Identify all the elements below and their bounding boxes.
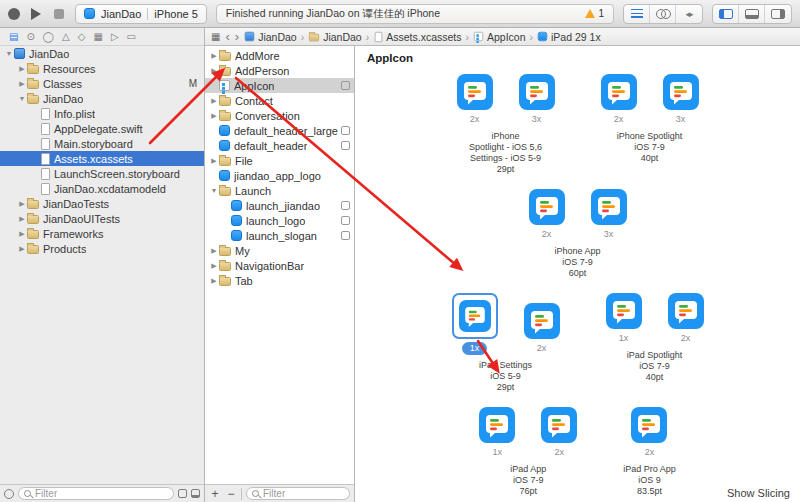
navigator-item-frameworks[interactable]: ▶Frameworks: [0, 226, 204, 241]
navigator-item-assets-xcassets[interactable]: Assets.xcassets: [0, 151, 204, 166]
breadcrumb-jiandao[interactable]: JianDao: [244, 31, 297, 43]
find-navigator-tab[interactable]: ◯: [43, 31, 54, 42]
asset-filter-field[interactable]: Filter: [246, 487, 350, 500]
asset-item-jiandao-app-logo[interactable]: jiandao_app_logo: [205, 168, 354, 183]
disclosure-icon[interactable]: ▶: [17, 230, 27, 238]
icon-slot-3x[interactable]: 3x: [519, 74, 555, 126]
disclosure-icon[interactable]: ▶: [209, 277, 219, 285]
disclosure-icon[interactable]: ▶: [209, 67, 219, 75]
run-button[interactable]: [29, 6, 43, 22]
disclosure-icon[interactable]: ▶: [17, 80, 27, 88]
symbol-navigator-tab[interactable]: ⊙: [26, 31, 34, 42]
disclosure-icon[interactable]: ▼: [17, 95, 27, 102]
toggle-navigator-button[interactable]: [713, 5, 739, 23]
icon-slot-3x[interactable]: 3x: [663, 74, 699, 126]
disclosure-icon[interactable]: ▶: [209, 97, 219, 105]
icon-slot-2x[interactable]: 2x: [529, 189, 565, 241]
asset-item-conversation[interactable]: ▶Conversation: [205, 108, 354, 123]
unsaved-filter-icon[interactable]: [191, 489, 200, 498]
disclosure-icon[interactable]: ▶: [209, 52, 219, 60]
asset-item-addmore[interactable]: ▶AddMore: [205, 48, 354, 63]
navigator-item-classes[interactable]: ▶ClassesM: [0, 76, 204, 91]
navigator-item-jiandaotests[interactable]: ▶JianDaoTests: [0, 196, 204, 211]
project-navigator-tab[interactable]: ▤: [9, 31, 18, 42]
disclosure-icon[interactable]: ▶: [209, 112, 219, 120]
icon-slot-2x[interactable]: 2x: [631, 407, 667, 459]
disclosure-icon[interactable]: ▶: [17, 200, 27, 208]
adjustments-icon[interactable]: [341, 216, 350, 225]
standard-editor-button[interactable]: [624, 5, 650, 23]
navigator-item-jiandaouitests[interactable]: ▶JianDaoUITests: [0, 211, 204, 226]
navigator-item-jiandao-xcdatamodeld[interactable]: JianDao.xcdatamodeld: [0, 181, 204, 196]
remove-asset-button[interactable]: −: [225, 487, 237, 501]
stop-button[interactable]: [52, 7, 66, 21]
icon-slot-2x[interactable]: 2x: [668, 293, 704, 345]
related-items-icon[interactable]: ▦: [211, 31, 220, 42]
toggle-utilities-button[interactable]: [765, 5, 791, 23]
asset-item-launch[interactable]: ▼Launch: [205, 183, 354, 198]
breadcrumb-ipad-29-1x[interactable]: iPad 29 1x: [537, 31, 601, 43]
breadcrumb-appicon[interactable]: AppIcon: [473, 31, 526, 43]
breadcrumb-jiandao[interactable]: JianDao: [308, 31, 362, 43]
back-button[interactable]: ‹: [225, 32, 229, 42]
debug-navigator-tab[interactable]: ▦: [93, 31, 102, 42]
adjustments-icon[interactable]: [341, 231, 350, 240]
disclosure-icon[interactable]: ▶: [209, 262, 219, 270]
asset-item-tab[interactable]: ▶Tab: [205, 273, 354, 288]
navigator-item-main-storyboard[interactable]: Main.storyboard: [0, 136, 204, 151]
issue-navigator-tab[interactable]: △: [62, 31, 70, 42]
toggle-debug-area-button[interactable]: [739, 5, 765, 23]
adjustments-icon[interactable]: [341, 141, 350, 150]
icon-slot-3x[interactable]: 3x: [591, 189, 627, 241]
source-control-filter-icon[interactable]: [178, 489, 187, 498]
asset-item-default-header[interactable]: default_header: [205, 138, 354, 153]
icon-slot-2x[interactable]: 2x: [541, 407, 577, 459]
disclosure-icon[interactable]: ▼: [209, 187, 219, 194]
scheme-selector[interactable]: JianDao iPhone 5: [75, 4, 207, 24]
warning-badge[interactable]: 1: [585, 8, 604, 19]
forward-button[interactable]: ›: [235, 32, 239, 42]
asset-item-my[interactable]: ▶My: [205, 243, 354, 258]
version-editor-button[interactable]: ◂▸: [676, 5, 702, 23]
icon-slot-1x[interactable]: 1x: [606, 293, 642, 345]
icon-slot-1x[interactable]: 1x: [479, 407, 515, 459]
adjustments-icon[interactable]: [341, 201, 350, 210]
navigator-item-launchscreen-storyboard[interactable]: LaunchScreen.storyboard: [0, 166, 204, 181]
asset-item-appicon[interactable]: AppIcon: [205, 78, 354, 93]
show-slicing-button[interactable]: Show Slicing: [727, 487, 790, 499]
disclosure-icon[interactable]: ▶: [209, 157, 219, 165]
breakpoint-navigator-tab[interactable]: ▷: [111, 31, 119, 42]
assistant-editor-button[interactable]: [650, 5, 676, 23]
navigator-item-resources[interactable]: ▶Resources: [0, 61, 204, 76]
asset-item-launch-jiandao[interactable]: launch_jiandao: [205, 198, 354, 213]
navigator-item-appdelegate-swift[interactable]: AppDelegate.swift: [0, 121, 204, 136]
disclosure-icon[interactable]: ▶: [209, 247, 219, 255]
test-navigator-tab[interactable]: ◇: [78, 31, 86, 42]
asset-item-addperson[interactable]: ▶AddPerson: [205, 63, 354, 78]
disclosure-icon[interactable]: ▶: [17, 65, 27, 73]
disclosure-icon[interactable]: ▶: [17, 245, 27, 253]
navigator-item-jiandao[interactable]: ▼JianDao: [0, 46, 204, 61]
navigator-filter-field[interactable]: Filter: [18, 487, 174, 500]
asset-item-launch-logo[interactable]: launch_logo: [205, 213, 354, 228]
disclosure-icon[interactable]: ▼: [4, 50, 14, 57]
asset-item-contact[interactable]: ▶Contact: [205, 93, 354, 108]
breadcrumb-assets-xcassets[interactable]: Assets.xcassets: [373, 31, 461, 43]
asset-item-navigationbar[interactable]: ▶NavigationBar: [205, 258, 354, 273]
navigator-item-jiandao[interactable]: ▼JianDao: [0, 91, 204, 106]
navigator-item-info-plist[interactable]: Info.plist: [0, 106, 204, 121]
navigator-item-products[interactable]: ▶Products: [0, 241, 204, 256]
asset-item-default-header-large[interactable]: default_header_large: [205, 123, 354, 138]
icon-slot-2x[interactable]: 2x: [601, 74, 637, 126]
adjustments-icon[interactable]: [341, 81, 350, 90]
adjustments-icon[interactable]: [341, 126, 350, 135]
icon-slot-2x[interactable]: 2x: [524, 303, 560, 355]
icon-slot-2x[interactable]: 2x: [457, 74, 493, 126]
add-asset-button[interactable]: +: [209, 487, 221, 501]
recent-files-icon[interactable]: [4, 489, 14, 499]
asset-item-launch-slogan[interactable]: launch_slogan: [205, 228, 354, 243]
icon-slot-1x[interactable]: 1x: [452, 293, 498, 355]
disclosure-icon[interactable]: ▶: [17, 215, 27, 223]
report-navigator-tab[interactable]: ▭: [127, 31, 136, 42]
asset-item-file[interactable]: ▶File: [205, 153, 354, 168]
